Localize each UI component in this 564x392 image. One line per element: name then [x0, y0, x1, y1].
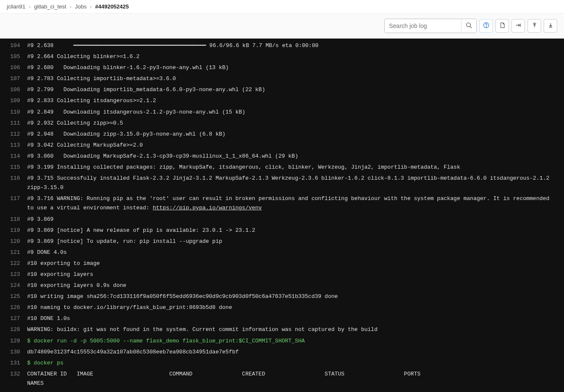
- document-icon: [499, 22, 506, 30]
- log-line-text: #10 DONE 1.0s: [27, 314, 559, 323]
- scroll-bottom-button[interactable]: [544, 19, 557, 33]
- log-line-text: #9 3.869 [notice] A new release of pip i…: [27, 226, 559, 235]
- log-line-text: #9 3.042 Collecting MarkupSafe>=2.0: [27, 141, 559, 150]
- log-line-number[interactable]: 115: [10, 163, 27, 172]
- log-line-number[interactable]: 125: [10, 292, 27, 301]
- log-line-number[interactable]: 130: [10, 348, 27, 357]
- log-line: 130db74809e3123f4c15553c49a32a107ab08c53…: [0, 347, 564, 358]
- log-line-text: #10 exporting layers: [27, 270, 559, 279]
- log-line-number[interactable]: 132: [10, 370, 27, 379]
- log-line-number[interactable]: 116: [10, 174, 27, 183]
- scroll-end-button[interactable]: [511, 19, 525, 33]
- log-line: 124#10 exporting layers 0.9s done: [0, 280, 564, 291]
- log-line-number[interactable]: 107: [10, 74, 27, 83]
- chevron-right-icon: ›: [90, 3, 92, 10]
- help-button[interactable]: [479, 19, 493, 33]
- log-line: 129$ docker run -d -p 5005:5000 --name f…: [0, 336, 564, 347]
- log-line-number[interactable]: 120: [10, 237, 27, 246]
- log-line-number[interactable]: 110: [10, 108, 27, 117]
- log-line-number[interactable]: 118: [10, 215, 27, 224]
- log-line: 120#9 3.869 [notice] To update, run: pip…: [0, 236, 564, 247]
- log-toolbar: [0, 14, 564, 39]
- log-line: 122#10 exporting to image: [0, 258, 564, 269]
- log-line-text: #9 3.715 Successfully installed Flask-2.…: [27, 174, 559, 192]
- log-line: 125#10 writing image sha256:7cd133116f9a…: [0, 291, 564, 302]
- log-line-number[interactable]: 126: [10, 303, 27, 312]
- log-line: 117#9 3.716 WARNING: Running pip as the …: [0, 193, 564, 214]
- log-line-text: #9 2.638 ━━━━━━━━━━━━━━━━━━━━━━━━━━━━━━━…: [27, 41, 559, 50]
- log-line: 126#10 naming to docker.io/library/flask…: [0, 302, 564, 313]
- log-line-number[interactable]: 114: [10, 152, 27, 161]
- log-line-number[interactable]: 105: [10, 52, 27, 61]
- log-line-number[interactable]: 117: [10, 194, 27, 203]
- log-line: 110#9 2.849 Downloading itsdangerous-2.1…: [0, 107, 564, 118]
- log-line: 112#9 2.948 Downloading zipp-3.15.0-py3-…: [0, 129, 564, 140]
- log-line-text: #9 2.799 Downloading importlib_metadata-…: [27, 85, 559, 95]
- log-line-number[interactable]: 133: [10, 390, 27, 392]
- log-line: 119#9 3.869 [notice] A new release of pi…: [0, 225, 564, 236]
- log-line-text: $ docker ps: [27, 359, 559, 368]
- arrow-up-bar-icon: [531, 22, 538, 30]
- log-line-number[interactable]: 109: [10, 96, 27, 106]
- log-line-text: WARNING: buildx: git was not found in th…: [27, 325, 559, 334]
- log-line-text: #10 writing image sha256:7cd133116f9a050…: [27, 292, 559, 301]
- log-line-text: #9 2.849 Downloading itsdangerous-2.1.2-…: [27, 108, 559, 117]
- breadcrumb-jobs[interactable]: Jobs: [75, 3, 86, 10]
- arrow-down-bar-icon: [547, 22, 554, 30]
- log-line: 128WARNING: buildx: git was not found in…: [0, 324, 564, 335]
- svg-point-0: [467, 23, 470, 27]
- log-line-text: #10 exporting layers 0.9s done: [27, 281, 559, 290]
- log-line: 104#9 2.638 ━━━━━━━━━━━━━━━━━━━━━━━━━━━━…: [0, 40, 564, 51]
- log-line-number[interactable]: 104: [10, 41, 27, 50]
- log-line: 132CONTAINER ID IMAGE COMMAND CREATED ST…: [0, 369, 564, 389]
- breadcrumb-current: #4492052425: [95, 3, 129, 10]
- log-line-text: #9 3.869: [27, 215, 559, 224]
- search-button[interactable]: [461, 19, 476, 33]
- log-line: 131$ docker ps: [0, 358, 564, 369]
- log-line-number[interactable]: 127: [10, 314, 27, 323]
- question-circle-icon: [483, 22, 489, 30]
- breadcrumb-user[interactable]: jclian91: [7, 3, 25, 10]
- log-line-text: #9 2.783 Collecting importlib-metadata>=…: [27, 74, 559, 83]
- log-line-text: #9 3.869 [notice] To update, run: pip in…: [27, 237, 559, 246]
- log-line-number[interactable]: 113: [10, 141, 27, 150]
- log-line: 109#9 2.833 Collecting itsdangerous>=2.1…: [0, 95, 564, 106]
- log-line: 106#9 2.680 Downloading blinker-1.6.2-py…: [0, 62, 564, 73]
- search-icon: [466, 23, 472, 30]
- scroll-top-button[interactable]: [528, 19, 541, 33]
- raw-log-button[interactable]: [495, 19, 509, 33]
- log-line-text: #9 DONE 4.0s: [27, 248, 559, 257]
- log-line-text: #10 exporting to image: [27, 259, 559, 268]
- log-line-number[interactable]: 128: [10, 325, 27, 334]
- chevron-right-icon: ›: [29, 3, 31, 10]
- log-line-text: #9 3.199 Installing collected packages: …: [27, 163, 559, 172]
- log-link[interactable]: https://pip.pypa.io/warnings/venv: [153, 205, 261, 211]
- log-line-number[interactable]: 123: [10, 270, 27, 279]
- log-line-number[interactable]: 124: [10, 281, 27, 290]
- log-line-text: #9 2.664 Collecting blinker>=1.6.2: [27, 52, 559, 61]
- breadcrumb: jclian91 › gitlab_ci_test › Jobs › #4492…: [0, 0, 564, 14]
- log-line-number[interactable]: 131: [10, 359, 27, 368]
- log-line-number[interactable]: 129: [10, 336, 27, 346]
- log-line-number[interactable]: 108: [10, 85, 27, 95]
- log-line: 121#9 DONE 4.0s: [0, 247, 564, 258]
- log-line-text: #9 2.932 Collecting zipp>=0.5: [27, 119, 559, 128]
- log-line: 111#9 2.932 Collecting zipp>=0.5: [0, 118, 564, 129]
- log-line-number[interactable]: 111: [10, 119, 27, 128]
- log-line-number[interactable]: 121: [10, 248, 27, 257]
- arrow-right-bar-icon: [515, 22, 522, 30]
- search-input[interactable]: [385, 19, 461, 32]
- log-line-number[interactable]: 112: [10, 130, 27, 139]
- job-log[interactable]: 104#9 2.638 ━━━━━━━━━━━━━━━━━━━━━━━━━━━━…: [0, 39, 564, 392]
- log-line: 108#9 2.799 Downloading importlib_metada…: [0, 84, 564, 95]
- log-line-text: #9 3.716 WARNING: Running pip as the 'ro…: [27, 194, 559, 213]
- log-line-text: db74809e3123f4c15553c49a32a107ab08c5308e…: [27, 348, 559, 357]
- log-line-number[interactable]: 122: [10, 259, 27, 268]
- search-wrap: [384, 19, 477, 33]
- log-line-text: #9 2.680 Downloading blinker-1.6.2-py3-n…: [27, 63, 559, 72]
- breadcrumb-project[interactable]: gitlab_ci_test: [34, 3, 66, 10]
- log-line-number[interactable]: 106: [10, 63, 27, 72]
- log-line-text: #9 3.060 Downloading MarkupSafe-2.1.3-cp…: [27, 152, 559, 161]
- log-line-number[interactable]: 119: [10, 226, 27, 235]
- log-line: 123#10 exporting layers: [0, 269, 564, 280]
